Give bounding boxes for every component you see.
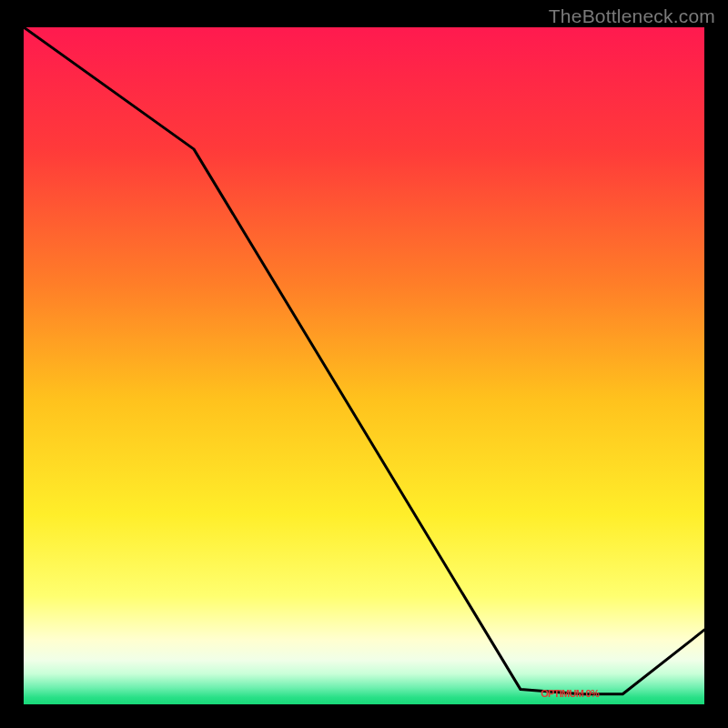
chart-svg: [24, 27, 704, 704]
plot-area: OPTIMUM 0%: [24, 27, 704, 704]
optimum-label: OPTIMUM 0%: [541, 688, 599, 699]
gradient-background: [24, 27, 704, 704]
chart-container: TheBottleneck.com OPTIMUM 0%: [0, 0, 728, 728]
attribution-text: TheBottleneck.com: [549, 5, 715, 27]
